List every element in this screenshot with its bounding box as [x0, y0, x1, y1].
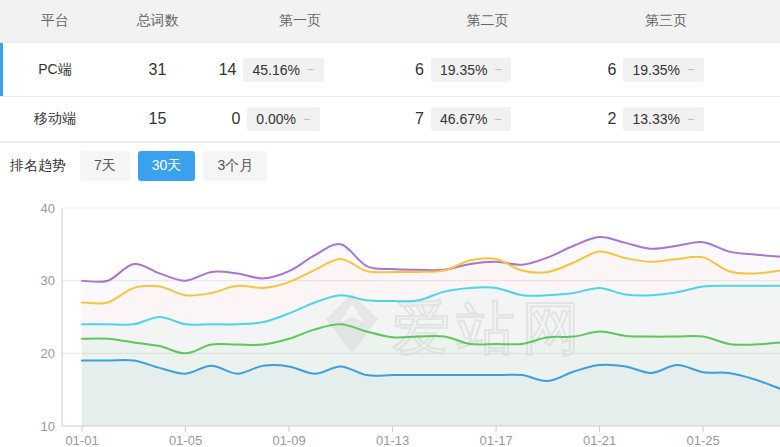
trend-flat-icon: −	[494, 113, 502, 126]
keyword-rank-table: 平台 总词数 第一页 第二页 第三页 PC端 31 14 45.16%− 6 1…	[0, 0, 780, 142]
rank-trend-svg: 爱站网1020304001-0101-0501-0901-1301-1701-2…	[0, 188, 780, 447]
page2-percent-badge: 19.35%−	[431, 58, 511, 82]
platform-cell: PC端	[0, 61, 110, 79]
page3-count: 6	[586, 61, 616, 79]
trend-toolbar: 排名趋势 7天 30天 3个月	[0, 142, 780, 188]
trend-flat-icon: −	[494, 63, 502, 76]
active-row-indicator	[0, 43, 3, 96]
header-platform: 平台	[0, 12, 110, 30]
page1-percent-badge: 0.00%−	[247, 107, 319, 131]
tab-30days[interactable]: 30天	[138, 151, 196, 181]
percent-value: 46.67%	[440, 111, 487, 127]
table-header-row: 平台 总词数 第一页 第二页 第三页	[0, 0, 780, 43]
trend-flat-icon: −	[307, 63, 315, 76]
percent-value: 19.35%	[632, 62, 679, 78]
header-page1: 第一页	[205, 12, 395, 30]
trend-flat-icon: −	[687, 113, 695, 126]
page1-count: 0	[210, 110, 240, 128]
svg-text:01-05: 01-05	[169, 433, 202, 447]
page3-percent-badge: 19.35%−	[623, 58, 703, 82]
svg-text:10: 10	[41, 419, 55, 434]
header-page2: 第二页	[395, 12, 580, 30]
svg-text:01-13: 01-13	[376, 433, 409, 447]
page2-cell: 7 46.67%−	[395, 107, 580, 131]
trend-section-title: 排名趋势	[10, 157, 66, 175]
header-page3: 第三页	[580, 12, 780, 30]
page2-percent-badge: 46.67%−	[431, 107, 511, 131]
rank-trend-chart[interactable]: 爱站网1020304001-0101-0501-0901-1301-1701-2…	[0, 188, 780, 447]
page3-count: 2	[586, 110, 616, 128]
page2-count: 7	[394, 110, 424, 128]
trend-flat-icon: −	[687, 63, 695, 76]
svg-text:30: 30	[41, 273, 55, 288]
trend-flat-icon: −	[303, 113, 311, 126]
table-row-mobile[interactable]: 移动端 15 0 0.00%− 7 46.67%− 2 13.33%−	[0, 97, 780, 142]
total-words-cell: 31	[110, 61, 205, 79]
percent-value: 45.16%	[252, 62, 299, 78]
page3-cell: 6 19.35%−	[580, 58, 780, 82]
page3-percent-badge: 13.33%−	[623, 107, 703, 131]
page1-cell: 14 45.16%−	[205, 58, 395, 82]
svg-text:40: 40	[41, 201, 55, 216]
page1-count: 14	[206, 61, 236, 79]
percent-value: 0.00%	[256, 111, 296, 127]
total-words-cell: 15	[110, 110, 205, 128]
page2-cell: 6 19.35%−	[395, 58, 580, 82]
page1-percent-badge: 45.16%−	[243, 58, 323, 82]
svg-text:01-17: 01-17	[479, 433, 512, 447]
svg-text:01-25: 01-25	[686, 433, 719, 447]
header-total: 总词数	[110, 12, 205, 30]
platform-cell: 移动端	[0, 110, 110, 128]
svg-text:20: 20	[41, 346, 55, 361]
table-row-pc[interactable]: PC端 31 14 45.16%− 6 19.35%− 6 19.35%−	[0, 43, 780, 97]
page3-cell: 2 13.33%−	[580, 107, 780, 131]
tab-7days[interactable]: 7天	[80, 151, 130, 181]
page2-count: 6	[394, 61, 424, 79]
svg-text:01-01: 01-01	[65, 433, 98, 447]
percent-value: 13.33%	[632, 111, 679, 127]
tab-3months[interactable]: 3个月	[203, 151, 267, 181]
svg-text:01-21: 01-21	[583, 433, 616, 447]
svg-text:01-09: 01-09	[272, 433, 305, 447]
percent-value: 19.35%	[440, 62, 487, 78]
page1-cell: 0 0.00%−	[205, 107, 395, 131]
